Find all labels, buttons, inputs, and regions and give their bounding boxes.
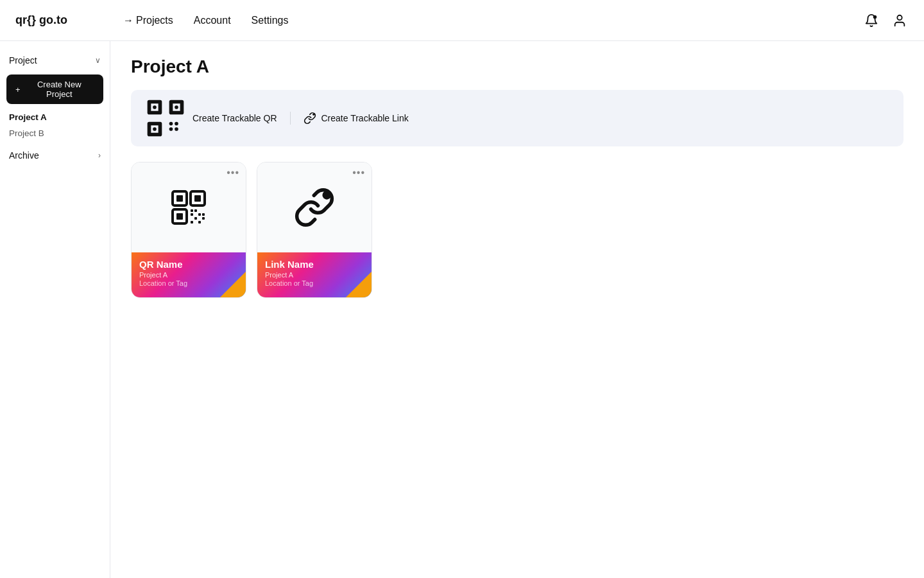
layout: Project ∨ + Create New Project Project A… xyxy=(0,41,924,578)
main-content: Project A Create Trackable QR Create Tra… xyxy=(110,41,924,578)
notifications-icon[interactable] xyxy=(862,12,880,30)
nav-projects[interactable]: → Projects xyxy=(123,15,173,26)
card-link-top: ••• xyxy=(257,162,372,252)
page-title: Project A xyxy=(131,57,903,77)
svg-rect-20 xyxy=(202,213,205,216)
card-qr-top: ••• xyxy=(132,162,246,252)
sidebar-project-section: Project ∨ + Create New Project Project A… xyxy=(0,51,110,141)
create-new-project-button[interactable]: + Create New Project xyxy=(6,74,103,104)
card-qr-project: Project A xyxy=(139,271,238,279)
nav-settings-label: Settings xyxy=(252,15,289,26)
svg-rect-16 xyxy=(191,209,193,212)
card-qr-tag: Location or Tag xyxy=(139,279,238,287)
svg-rect-14 xyxy=(194,195,201,202)
svg-rect-18 xyxy=(191,213,193,216)
sidebar-archive[interactable]: Archive › xyxy=(0,146,110,164)
nav-settings[interactable]: Settings xyxy=(252,15,289,26)
svg-point-25 xyxy=(322,191,331,200)
nav-projects-arrow: → xyxy=(123,15,133,26)
create-new-label: Create New Project xyxy=(24,80,94,99)
card-link-tag: Location or Tag xyxy=(265,279,364,287)
svg-point-9 xyxy=(312,114,314,116)
sidebar-item-project-b[interactable]: Project B xyxy=(0,125,110,141)
svg-rect-24 xyxy=(191,221,193,223)
svg-rect-19 xyxy=(198,213,201,216)
create-trackable-link-label: Create Trackable Link xyxy=(321,113,409,123)
card-qr-menu-button[interactable]: ••• xyxy=(227,168,239,178)
svg-rect-17 xyxy=(194,209,197,212)
nav-account[interactable]: Account xyxy=(194,15,231,26)
sidebar-archive-label: Archive xyxy=(9,150,39,161)
main-nav: → Projects Account Settings xyxy=(118,15,862,26)
user-icon[interactable] xyxy=(891,12,909,30)
sidebar-item-project-a[interactable]: Project A xyxy=(0,109,110,125)
nav-projects-label: Projects xyxy=(136,15,173,26)
link-card-icon xyxy=(293,186,336,229)
svg-point-0 xyxy=(873,15,877,19)
sidebar-chevron-icon: ∨ xyxy=(95,56,101,65)
create-trackable-link-button[interactable]: Create Trackable Link xyxy=(304,112,422,125)
card-link-bottom: Link Name Project A Location or Tag xyxy=(257,252,372,297)
svg-rect-21 xyxy=(194,217,197,220)
create-trackable-qr-label: Create Trackable QR xyxy=(193,113,277,123)
nav-account-label: Account xyxy=(194,15,231,26)
card-qr[interactable]: ••• xyxy=(131,162,246,298)
sidebar-project-label: Project xyxy=(9,55,37,66)
create-trackable-qr-button[interactable]: Create Trackable QR xyxy=(144,96,290,140)
svg-rect-22 xyxy=(202,217,205,220)
sidebar: Project ∨ + Create New Project Project A… xyxy=(0,41,110,578)
sidebar-project-header[interactable]: Project ∨ xyxy=(0,51,110,69)
card-qr-bottom: QR Name Project A Location or Tag xyxy=(132,252,246,297)
svg-rect-15 xyxy=(176,213,183,220)
create-new-plus-icon: + xyxy=(15,85,21,94)
project-list: Project A Project B xyxy=(0,109,110,141)
qr-card-icon xyxy=(166,185,211,230)
svg-rect-23 xyxy=(198,221,201,223)
card-qr-name: QR Name xyxy=(139,259,238,270)
svg-rect-13 xyxy=(176,195,183,202)
svg-point-1 xyxy=(897,15,902,19)
card-link[interactable]: ••• Link Name Project A Location or Tag xyxy=(257,162,372,298)
card-link-name: Link Name xyxy=(265,259,364,270)
logo[interactable]: qr{} go.to xyxy=(15,13,118,27)
card-link-project: Project A xyxy=(265,271,364,279)
cards-grid: ••• xyxy=(131,162,903,298)
card-link-menu-button[interactable]: ••• xyxy=(352,168,365,178)
header-actions xyxy=(862,12,909,30)
header: qr{} go.to → Projects Account Settings xyxy=(0,0,924,41)
action-divider xyxy=(290,112,291,125)
action-bar: Create Trackable QR Create Trackable Lin… xyxy=(131,90,903,146)
sidebar-archive-chevron-icon: › xyxy=(98,151,101,160)
logo-text: qr{} go.to xyxy=(15,13,67,27)
